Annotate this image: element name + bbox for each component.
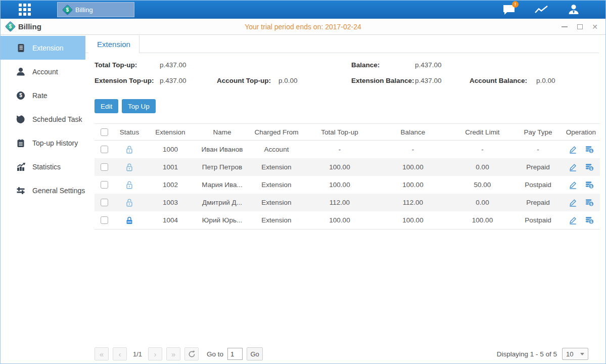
account-balance-label: Account Balance: [470, 77, 527, 84]
unlocked-status-icon[interactable] [125, 180, 134, 190]
close-button[interactable]: ✕ [591, 23, 598, 30]
taskbar-billing-tab[interactable]: $ Billing [57, 2, 134, 17]
edit-row-icon[interactable] [568, 162, 578, 172]
sidebar-label: Top-up History [32, 139, 78, 147]
row-balance: 100.00 [375, 163, 451, 171]
row-checkbox[interactable] [101, 181, 108, 189]
apps-grid-icon[interactable] [19, 4, 31, 16]
svg-text:$: $ [590, 167, 592, 171]
total-topup-label: Total Top-up: [95, 61, 137, 69]
window-titlebar: $ Billing Your trial period ends on: 201… [1, 19, 605, 35]
sidebar-label: Statistics [32, 163, 61, 171]
pagination-summary: Displaying 1 - 5 of 5 10 [497, 347, 588, 361]
statistics-icon [16, 162, 26, 172]
row-credit-limit: 50.00 [451, 181, 514, 189]
row-name: Иван Иванов [196, 146, 249, 153]
billing-diamond-icon: $ [62, 4, 73, 15]
last-page-button[interactable]: » [166, 347, 180, 360]
row-extension: 1000 [145, 146, 196, 153]
col-balance: Balance [375, 128, 451, 136]
row-extension: 1003 [145, 199, 196, 206]
row-checkbox[interactable] [101, 199, 108, 206]
sidebar-label: Scheduled Task [32, 115, 82, 123]
refresh-icon [188, 350, 196, 358]
row-credit-limit: 0.00 [451, 199, 514, 206]
row-balance: 100.00 [375, 181, 451, 189]
sidebar-label: General Settings [32, 187, 85, 195]
unlocked-status-icon[interactable] [125, 163, 134, 172]
account-topup-value: p.0.00 [278, 77, 298, 84]
table-row: 1003 Дмитрий Д... Extension 112.00 112.0… [95, 194, 600, 211]
top-up-row-icon[interactable]: $ [585, 162, 594, 172]
displaying-text: Displaying 1 - 5 of 5 [497, 350, 557, 358]
sidebar-label: Account [32, 68, 58, 76]
svg-text:$: $ [590, 185, 592, 189]
goto-page-input[interactable] [227, 348, 243, 360]
top-up-button[interactable]: Top Up [122, 99, 156, 113]
edit-row-icon[interactable] [568, 215, 578, 225]
minimize-button[interactable] [561, 23, 568, 30]
sidebar-item-account[interactable]: Account [1, 60, 85, 83]
top-up-row-icon[interactable]: $ [585, 215, 594, 225]
sidebar-item-rate[interactable]: $ Rate [1, 83, 85, 107]
sidebar-item-statistics[interactable]: Statistics [1, 155, 85, 178]
row-extension: 1004 [145, 216, 196, 224]
total-topup-value: p.437.00 [160, 61, 187, 69]
edit-row-icon[interactable] [568, 180, 578, 190]
account-icon [16, 67, 26, 77]
unlocked-status-icon[interactable] [125, 145, 134, 154]
first-page-button[interactable]: « [95, 347, 109, 360]
select-all-checkbox[interactable] [101, 128, 108, 136]
resource-monitor-icon[interactable] [534, 3, 549, 16]
edit-row-icon[interactable] [568, 145, 578, 154]
table-body: 1000 Иван Иванов Account - - - - [95, 141, 600, 230]
row-balance: 100.00 [375, 216, 451, 224]
row-checkbox[interactable] [101, 163, 108, 171]
page-size-select[interactable]: 10 [562, 348, 588, 360]
row-name: Петр Петров [196, 163, 249, 171]
window-title: Billing [18, 22, 41, 31]
top-up-row-icon[interactable]: $ [585, 180, 594, 190]
unlocked-status-icon[interactable] [125, 198, 134, 207]
sidebar-item-general-settings[interactable]: General Settings [1, 178, 85, 202]
edit-row-icon[interactable] [568, 198, 578, 207]
table-row: 1001 Петр Петров Extension 100.00 100.00… [95, 158, 600, 176]
billing-app-icon: $ [5, 21, 16, 32]
sidebar-label: Rate [32, 92, 48, 100]
extension-panel: Extension Total Top-up: p.437.00 Balance… [85, 35, 605, 363]
top-up-row-icon[interactable]: $ [585, 198, 594, 207]
row-extension: 1001 [145, 163, 196, 171]
table-row: 1004 Юрий Юрь... Extension 100.00 100.00… [95, 211, 600, 229]
go-button[interactable]: Go [247, 347, 263, 360]
page-indicator: 1/1 [133, 350, 142, 358]
balance-value: p.437.00 [415, 61, 442, 69]
tab-extension[interactable]: Extension [88, 35, 139, 53]
extension-icon [16, 43, 26, 53]
sidebar-item-scheduled-task[interactable]: Scheduled Task [1, 107, 85, 131]
locked-status-icon[interactable] [125, 216, 134, 225]
top-navbar: $ Billing ! [1, 1, 605, 19]
row-checkbox[interactable] [101, 216, 108, 224]
goto-label: Go to [207, 350, 223, 358]
row-pay-type: - [514, 146, 562, 153]
next-page-button[interactable]: › [148, 347, 162, 360]
account-topup-label: Account Top-up: [217, 77, 271, 84]
row-checkbox[interactable] [101, 146, 108, 153]
row-name: Дмитрий Д... [196, 199, 249, 206]
maximize-button[interactable] [576, 23, 583, 30]
user-account-icon[interactable] [566, 3, 581, 16]
svg-text:$: $ [590, 202, 592, 206]
svg-text:$: $ [590, 149, 592, 153]
extensions-table: Status Extension Name Charged From Total… [95, 123, 600, 230]
billing-window: $ Billing ! [0, 0, 606, 364]
balance-label: Balance: [351, 61, 380, 69]
sidebar-item-extension[interactable]: Extension [1, 36, 85, 60]
refresh-button[interactable] [184, 347, 199, 360]
top-up-row-icon[interactable]: $ [585, 145, 594, 154]
prev-page-button[interactable]: ‹ [113, 347, 127, 360]
trial-notice: Your trial period ends on: 2017-02-24 [1, 23, 605, 31]
notifications-icon[interactable]: ! [501, 3, 517, 16]
sidebar-item-topup-history[interactable]: Top-up History [1, 131, 85, 155]
edit-button[interactable]: Edit [95, 99, 118, 113]
row-name: Юрий Юрь... [196, 216, 249, 224]
